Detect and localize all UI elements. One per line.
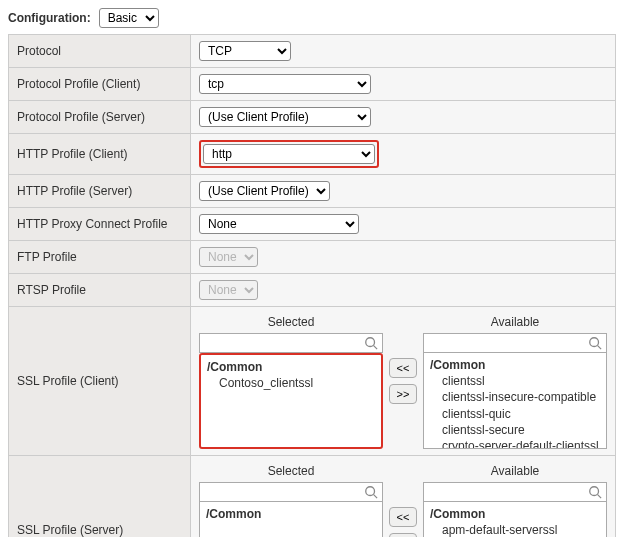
svg-point-6 (590, 487, 599, 496)
list-item[interactable]: apm-default-serverssl (430, 522, 600, 537)
ssl-server-move-right-button[interactable]: >> (389, 533, 417, 537)
row-label-protocol-profile-client: Protocol Profile (Client) (9, 68, 191, 101)
list-item[interactable]: Contoso_clientssl (207, 375, 375, 391)
http-profile-client-select[interactable]: http (203, 144, 375, 164)
list-item[interactable]: clientssl-insecure-compatible (430, 389, 600, 405)
row-label-ssl-server: SSL Profile (Server) (9, 456, 191, 538)
list-group: /Common (430, 506, 600, 522)
protocol-profile-client-select[interactable]: tcp (199, 74, 371, 94)
svg-line-3 (598, 346, 602, 350)
ssl-client-available-header: Available (423, 313, 607, 333)
row-label-ftp-profile: FTP Profile (9, 241, 191, 274)
list-item[interactable]: crypto-server-default-clientssl (430, 438, 600, 449)
svg-line-7 (598, 495, 602, 499)
row-label-rtsp-profile: RTSP Profile (9, 274, 191, 307)
ssl-client-move-right-button[interactable]: >> (389, 384, 417, 404)
ssl-server-available-search-input[interactable] (424, 483, 586, 501)
rtsp-profile-select: None (199, 280, 258, 300)
ssl-server-available-list[interactable]: /Commonapm-default-serversslcloud-servic… (423, 502, 607, 537)
svg-point-2 (590, 338, 599, 347)
svg-point-0 (366, 338, 375, 347)
list-item[interactable]: clientssl-quic (430, 406, 600, 422)
row-label-http-profile-server: HTTP Profile (Server) (9, 175, 191, 208)
ssl-server-selected-search-input[interactable] (200, 483, 362, 501)
list-item[interactable]: clientssl-secure (430, 422, 600, 438)
http-proxy-connect-select[interactable]: None (199, 214, 359, 234)
ssl-server-selected-search[interactable] (199, 482, 383, 502)
ssl-server-selected-list[interactable]: /Common (199, 502, 383, 537)
search-icon (588, 336, 602, 350)
svg-point-4 (366, 487, 375, 496)
search-icon (364, 485, 378, 499)
configuration-select[interactable]: Basic (99, 8, 159, 28)
ssl-client-selected-list[interactable]: /CommonContoso_clientssl (199, 353, 383, 449)
protocol-select[interactable]: TCP (199, 41, 291, 61)
row-label-protocol: Protocol (9, 35, 191, 68)
ssl-server-available-header: Available (423, 462, 607, 482)
row-label-protocol-profile-server: Protocol Profile (Server) (9, 101, 191, 134)
row-label-http-profile-client: HTTP Profile (Client) (9, 134, 191, 175)
row-label-http-proxy-connect: HTTP Proxy Connect Profile (9, 208, 191, 241)
row-label-ssl-client: SSL Profile (Client) (9, 307, 191, 456)
list-group: /Common (430, 357, 600, 373)
ssl-client-move-left-button[interactable]: << (389, 358, 417, 378)
list-group: /Common (207, 359, 375, 375)
ssl-client-selected-header: Selected (199, 313, 383, 333)
ssl-server-selected-header: Selected (199, 462, 383, 482)
search-icon (364, 336, 378, 350)
ssl-server-available-search[interactable] (423, 482, 607, 502)
list-item[interactable]: clientssl (430, 373, 600, 389)
ssl-client-available-search-input[interactable] (424, 334, 586, 352)
http-profile-server-select[interactable]: (Use Client Profile) (199, 181, 330, 201)
svg-line-5 (374, 495, 378, 499)
ssl-client-available-search[interactable] (423, 333, 607, 353)
ssl-client-selected-search-input[interactable] (200, 334, 362, 352)
protocol-profile-server-select[interactable]: (Use Client Profile) (199, 107, 371, 127)
ssl-client-available-list[interactable]: /Commonclientsslclientssl-insecure-compa… (423, 353, 607, 449)
ftp-profile-select: None (199, 247, 258, 267)
search-icon (588, 485, 602, 499)
svg-line-1 (374, 346, 378, 350)
ssl-client-selected-search[interactable] (199, 333, 383, 353)
list-group: /Common (206, 506, 376, 522)
configuration-label: Configuration: (8, 11, 91, 25)
ssl-server-move-left-button[interactable]: << (389, 507, 417, 527)
